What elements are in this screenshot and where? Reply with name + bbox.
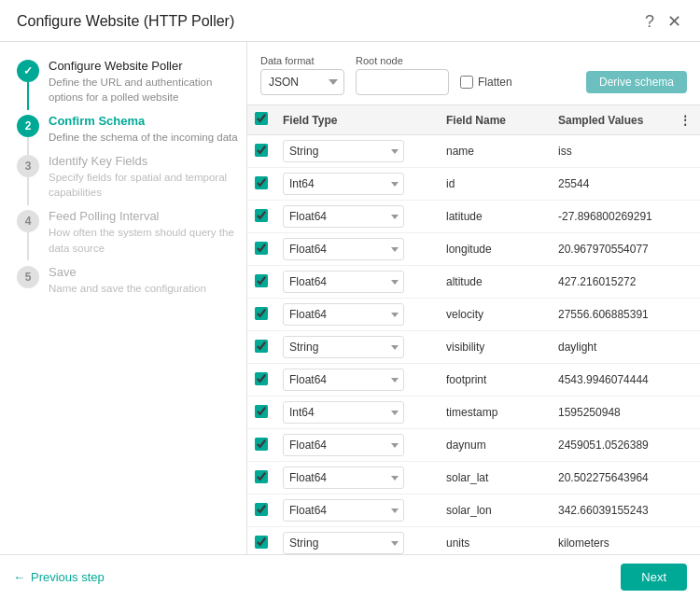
step-1-icon: ✓ [17,60,39,82]
step-4-icon: 4 [17,210,39,232]
step-4-title: Feed Polling Interval [49,209,246,223]
row-checkbox[interactable] [255,503,268,516]
step-5-text: Save Name and save the configuration [49,265,206,296]
flatten-group: Flatten [460,76,512,89]
table-row: StringInt64Float64BooleanDateTimestamplo… [247,233,700,266]
sampled-value-cell: 4543.9946074444 [551,364,700,397]
step-3-title: Identify Key Fields [49,154,246,168]
field-name-cell: name [439,135,551,168]
row-checkbox[interactable] [255,307,268,320]
top-controls: Data format JSON XML CSV Root node Flatt… [247,55,700,104]
row-checkbox-cell [247,331,275,364]
field-type-cell: StringInt64Float64BooleanDateTimestamp [275,495,439,527]
step-4-text: Feed Polling Interval How often the syst… [49,209,246,255]
step-2-icon: 2 [17,115,39,137]
row-checkbox-cell [247,201,275,233]
root-node-input[interactable] [356,69,449,95]
step-2-text: Confirm Schema Define the schema of the … [49,114,238,145]
field-name-cell: longitude [439,233,551,266]
row-checkbox[interactable] [255,144,268,157]
field-type-select[interactable]: StringInt64Float64BooleanDateTimestamp [283,467,404,489]
step-5-title: Save [49,265,206,279]
row-checkbox-cell [247,233,275,266]
header-actions: ? ✕ [643,11,683,32]
select-all-checkbox[interactable] [255,112,268,125]
field-name-cell: altitude [439,266,551,299]
data-format-select[interactable]: JSON XML CSV [260,69,344,95]
footer: ← Previous step Next [0,554,700,599]
sampled-value-cell: 25544 [551,168,700,201]
row-checkbox[interactable] [255,340,268,353]
table-row: StringInt64Float64BooleanDateTimestampna… [247,135,700,168]
field-type-select[interactable]: StringInt64Float64BooleanDateTimestamp [283,434,404,456]
field-name-cell: id [439,168,551,201]
step-5: 5 Save Name and save the configuration [17,265,246,296]
field-type-cell: StringInt64Float64BooleanDateTimestamp [275,233,439,266]
table-row: StringInt64Float64BooleanDateTimestampvi… [247,331,700,364]
th-checkbox [247,105,275,135]
help-button[interactable]: ? [643,11,656,32]
row-checkbox[interactable] [255,536,268,549]
row-checkbox-cell [247,266,275,299]
field-type-select[interactable]: StringInt64Float64BooleanDateTimestamp [283,499,404,522]
field-type-cell: StringInt64Float64BooleanDateTimestamp [275,168,439,201]
table-row: StringInt64Float64BooleanDateTimestampla… [247,201,700,233]
sampled-value-cell: kilometers [551,527,700,555]
field-type-select[interactable]: StringInt64Float64BooleanDateTimestamp [283,140,404,162]
root-node-label: Root node [356,55,449,66]
field-type-cell: StringInt64Float64BooleanDateTimestamp [275,397,439,429]
field-type-cell: StringInt64Float64BooleanDateTimestamp [275,462,439,495]
field-type-select[interactable]: StringInt64Float64BooleanDateTimestamp [283,401,404,424]
field-type-select[interactable]: StringInt64Float64BooleanDateTimestamp [283,238,404,260]
table-row: StringInt64Float64BooleanDateTimestampti… [247,397,700,429]
row-checkbox[interactable] [255,470,268,483]
row-checkbox[interactable] [255,372,268,385]
th-more[interactable]: ⋮ [667,105,700,135]
sampled-value-cell: daylight [551,331,700,364]
flatten-checkbox[interactable] [460,76,473,89]
schema-table: Field Type Field Name Sampled Values ⋮ S… [247,105,700,554]
table-row: StringInt64Float64BooleanDateTimestampso… [247,495,700,527]
sampled-value-cell: 20.967970554077 [551,233,700,266]
flatten-label: Flatten [478,76,512,89]
row-checkbox[interactable] [255,242,268,255]
row-checkbox-cell [247,397,275,429]
sidebar: ✓ Configure Website Poller Define the UR… [0,42,247,554]
row-checkbox[interactable] [255,405,268,418]
step-3-connector [27,177,29,205]
table-body: StringInt64Float64BooleanDateTimestampna… [247,135,700,555]
prev-arrow-icon: ← [13,570,25,584]
field-type-select[interactable]: StringInt64Float64BooleanDateTimestamp [283,336,404,358]
sampled-value-cell: 2459051.0526389 [551,429,700,462]
row-checkbox[interactable] [255,274,268,287]
close-button[interactable]: ✕ [665,11,683,32]
table-header-row: Field Type Field Name Sampled Values ⋮ [247,105,700,135]
step-2-title: Confirm Schema [49,114,238,128]
right-panel: Data format JSON XML CSV Root node Flatt… [247,42,700,554]
field-type-select[interactable]: StringInt64Float64BooleanDateTimestamp [283,303,404,326]
field-type-select[interactable]: StringInt64Float64BooleanDateTimestamp [283,532,404,554]
field-type-select[interactable]: StringInt64Float64BooleanDateTimestamp [283,173,404,195]
row-checkbox-cell [247,168,275,201]
field-type-cell: StringInt64Float64BooleanDateTimestamp [275,429,439,462]
field-type-cell: StringInt64Float64BooleanDateTimestamp [275,364,439,397]
row-checkbox[interactable] [255,209,268,222]
field-type-select[interactable]: StringInt64Float64BooleanDateTimestamp [283,205,404,228]
table-row: StringInt64Float64BooleanDateTimestampal… [247,266,700,299]
field-name-cell: units [439,527,551,555]
data-format-group: Data format JSON XML CSV [260,55,344,95]
th-field-name: Field Name [439,105,551,135]
row-checkbox[interactable] [255,438,268,451]
field-type-select[interactable]: StringInt64Float64BooleanDateTimestamp [283,271,404,293]
next-button[interactable]: Next [621,564,687,591]
derive-schema-button[interactable]: Derive schema [586,71,687,93]
previous-button[interactable]: ← Previous step [13,570,105,584]
field-type-select[interactable]: StringInt64Float64BooleanDateTimestamp [283,369,404,391]
dialog-header: Configure Website (HTTP Poller) ? ✕ [0,0,700,42]
step-3-subtitle: Specify fields for spatial and temporal … [49,170,246,200]
row-checkbox[interactable] [255,176,268,189]
step-5-subtitle: Name and save the configuration [49,281,206,296]
field-name-cell: daynum [439,429,551,462]
field-name-cell: visibility [439,331,551,364]
step-2: 2 Confirm Schema Define the schema of th… [17,114,246,145]
